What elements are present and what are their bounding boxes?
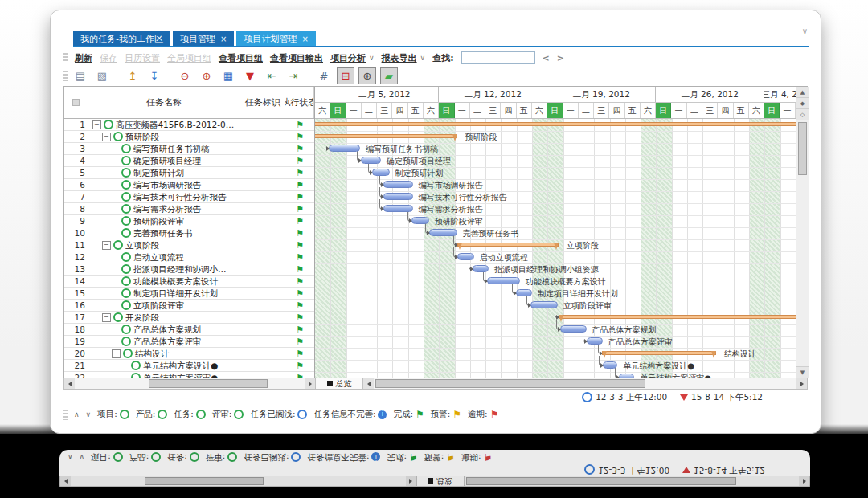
legend-collapse-icon[interactable]: ∧	[74, 410, 80, 418]
menu-link-5[interactable]: 查看项目组	[219, 52, 263, 64]
table-horizontal-scrollbar[interactable]	[64, 378, 315, 389]
table-scroll-thumb[interactable]	[149, 379, 268, 388]
table-row[interactable]: 6编写市场调研报告⚑	[64, 179, 314, 191]
table-row[interactable]: 21单元结构方案设计●⚑	[64, 360, 314, 372]
task-name-cell[interactable]: 编写预研任务书初稿	[88, 143, 240, 154]
tab-close-icon[interactable]: ×	[301, 35, 308, 43]
tab-close-icon[interactable]: ×	[220, 35, 227, 43]
search-input[interactable]	[461, 51, 535, 64]
table-row[interactable]: 11−立项阶段⚑	[64, 239, 314, 251]
window-collapse-chevron-icon[interactable]: ∨	[802, 27, 808, 35]
menu-link-1[interactable]: 刷新	[75, 52, 92, 64]
indent-task-icon[interactable]: ↥	[124, 67, 141, 84]
column-header-2[interactable]: 任务名称	[88, 87, 240, 118]
collapse-box-icon[interactable]: −	[102, 133, 111, 141]
task-name-cell[interactable]: 编写市场调研报告	[88, 179, 240, 190]
table-row[interactable]: 16立项阶段评审⚑	[64, 300, 314, 312]
task-bar[interactable]	[429, 229, 457, 236]
summary-bar[interactable]	[457, 243, 559, 247]
table-row[interactable]: 2−预研阶段⚑	[64, 131, 314, 143]
table-row[interactable]: 9预研阶段评审⚑	[64, 215, 314, 227]
task-name-cell[interactable]: 完善预研任务书	[88, 227, 240, 239]
task-bar[interactable]	[383, 193, 413, 200]
task-name-cell[interactable]: −预研阶段	[88, 131, 240, 142]
collapse-box-icon[interactable]: −	[102, 313, 111, 322]
task-name-cell[interactable]: 预研阶段评审	[88, 215, 240, 227]
select-all-box[interactable]	[72, 99, 80, 106]
crosshair-icon[interactable]: ⊕	[358, 67, 376, 84]
task-bar[interactable]	[361, 157, 381, 164]
task-bar[interactable]	[530, 301, 558, 308]
table-row[interactable]: 17−开发阶段⚑	[64, 312, 314, 324]
summary-bar[interactable]	[315, 134, 457, 138]
task-name-cell[interactable]: −立项阶段	[88, 239, 240, 251]
task-bar[interactable]	[473, 265, 489, 272]
table-scroll-track[interactable]	[75, 378, 305, 389]
tab-1[interactable]: 我的任务-我的工作区	[73, 31, 170, 46]
collapse-box-icon[interactable]: −	[92, 120, 101, 129]
task-name-cell[interactable]: −结构设计	[88, 348, 240, 359]
task-name-cell[interactable]: 制定预研计划	[88, 167, 240, 178]
column-header-1[interactable]	[64, 87, 88, 118]
task-bar[interactable]	[560, 325, 587, 333]
table-row[interactable]: 18产品总体方案规划⚑	[64, 324, 314, 336]
column-header-3[interactable]: 任务标识	[240, 87, 285, 118]
outdent-task-icon[interactable]: ↧	[145, 67, 163, 84]
task-name-cell[interactable]: 产品总体方案规划	[88, 324, 240, 335]
timescale-down-icon[interactable]: ◇	[796, 109, 809, 120]
task-name-cell[interactable]: 编写技术可行性分析报告	[88, 191, 240, 202]
gantt-scroll-left-icon[interactable]	[363, 378, 374, 389]
task-bar[interactable]	[383, 181, 413, 188]
summary-bar[interactable]	[315, 122, 796, 126]
task-bar[interactable]	[457, 253, 474, 260]
table-row[interactable]: 7编写技术可行性分析报告⚑	[64, 191, 314, 203]
gantt-horizontal-scrollbar[interactable]	[363, 378, 807, 389]
gantt-scroll-right-icon[interactable]	[796, 378, 807, 389]
table-scroll-left-icon[interactable]	[64, 378, 75, 389]
task-name-cell[interactable]: 制定项目详细开发计划	[88, 288, 240, 299]
task-name-cell[interactable]: −开发阶段	[88, 312, 240, 323]
column-header-4[interactable]: 执行状态	[285, 87, 314, 118]
vertical-scroll-thumb[interactable]	[798, 122, 807, 175]
task-bar[interactable]	[516, 289, 532, 296]
summary-bar[interactable]	[559, 315, 796, 319]
task-name-cell[interactable]: 立项阶段评审	[88, 300, 240, 311]
progress-line-icon[interactable]: ⊟	[337, 67, 354, 84]
nav-prev-icon[interactable]: <	[542, 53, 550, 63]
task-bar[interactable]	[383, 205, 413, 212]
table-scroll-right-icon[interactable]	[305, 378, 315, 389]
collapse-box-icon[interactable]: −	[102, 241, 111, 250]
task-name-cell[interactable]: 产品总体方案评审	[88, 336, 240, 347]
table-row[interactable]: 4确定预研项目经理⚑	[64, 155, 314, 167]
summary-bar[interactable]	[602, 351, 716, 355]
gantt-scroll-track[interactable]	[374, 378, 796, 389]
tab-3[interactable]: 项目计划管理×	[236, 31, 315, 46]
table-row[interactable]: 10完善预研任务书⚑	[64, 227, 314, 239]
dropdown-caret-icon[interactable]: ∨	[369, 54, 375, 62]
task-name-cell[interactable]: 指派项目经理和协调小…	[88, 263, 240, 275]
menu-link-8[interactable]: 报表导出	[382, 52, 417, 64]
timescale-up-icon[interactable]: ◆	[796, 98, 809, 109]
scroll-down-icon[interactable]: ▼	[796, 366, 809, 378]
task-bar[interactable]	[487, 277, 520, 284]
print-icon[interactable]: ▤	[72, 67, 89, 84]
collapse-box-icon[interactable]: −	[112, 349, 121, 358]
gantt-style-icon[interactable]: ▰	[380, 67, 398, 84]
menu-link-6[interactable]: 查看项目输出	[270, 52, 323, 64]
table-row[interactable]: 1−高压变频器415F6.B-2012-0…⚑	[64, 119, 314, 131]
task-name-cell[interactable]: 确定预研项目经理	[88, 155, 240, 166]
table-row[interactable]: 19产品总体方案评审⚑	[64, 336, 314, 348]
filter-icon[interactable]: ▼	[241, 67, 259, 84]
task-name-cell[interactable]: 功能模块概要方案设计	[88, 276, 240, 287]
overview-button[interactable]: 总览	[315, 378, 363, 389]
zoom-in-icon[interactable]: ⊕	[198, 67, 215, 84]
table-row[interactable]: 5制定预研计划⚑	[64, 167, 314, 179]
legend-expand-icon[interactable]: ∨	[86, 410, 92, 418]
collapse-all-icon[interactable]: ⇤	[263, 67, 280, 84]
table-row[interactable]: 20−结构设计⚑	[64, 348, 314, 360]
task-name-cell[interactable]: 编写需求分析报告	[88, 203, 240, 214]
gantt-scroll-thumb[interactable]	[375, 379, 645, 388]
table-row[interactable]: 3编写预研任务书初稿⚑	[64, 143, 314, 155]
task-name-cell[interactable]: −高压变频器415F6.B-2012-0…	[88, 119, 240, 130]
task-bar[interactable]	[372, 169, 389, 176]
